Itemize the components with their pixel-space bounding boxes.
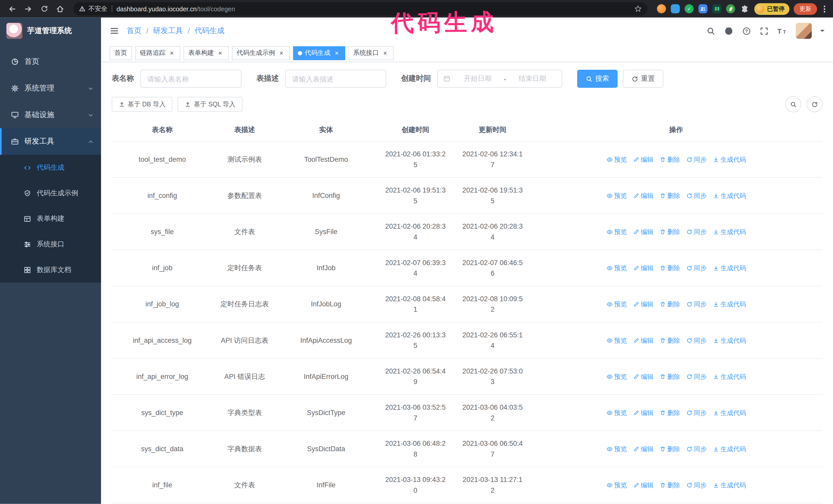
sidebar-item-devtools[interactable]: 研发工具 [0,128,101,155]
edit-link[interactable]: 编辑 [633,191,653,200]
extensions-puzzle-icon[interactable] [740,4,749,13]
browser-menu-icon[interactable] [821,5,828,13]
back-icon[interactable] [5,2,19,16]
browser-update-button[interactable]: 更新 [793,3,817,15]
preview-link[interactable]: 预览 [606,227,627,236]
reset-button[interactable]: 重置 [623,70,663,88]
delete-link[interactable]: 删除 [659,444,680,454]
table-name-input[interactable] [140,70,241,88]
sidebar-item-codegen-example[interactable]: 代码生成示例 [0,181,101,206]
import-sql-button[interactable]: 基于 SQL 导入 [178,97,242,112]
search-icon[interactable] [706,26,715,35]
tab-close-icon[interactable]: × [333,49,340,57]
sidebar-item-system[interactable]: 系统管理 [0,75,101,102]
edit-link[interactable]: 编辑 [633,227,653,236]
preview-link[interactable]: 预览 [606,480,627,490]
delete-link[interactable]: 删除 [659,299,680,309]
preview-link[interactable]: 预览 [606,444,627,454]
delete-link[interactable]: 删除 [659,191,680,200]
preview-link[interactable]: 预览 [606,191,627,200]
home-icon[interactable] [53,2,67,16]
reload-icon[interactable] [37,2,51,16]
tab-trace[interactable]: 链路追踪× [135,46,180,60]
sync-link[interactable]: 同步 [686,480,707,490]
toggle-search-button[interactable] [785,96,801,112]
preview-link[interactable]: 预览 [606,154,627,164]
breadcrumb-devtools[interactable]: 研发工具 [153,26,183,35]
table-desc-input[interactable] [285,70,386,88]
tab-codegen-example[interactable]: 代码生成示例× [232,46,290,60]
fullscreen-icon[interactable] [760,26,769,35]
tab-codegen[interactable]: 代码生成× [293,46,345,60]
sync-link[interactable]: 同步 [686,336,707,345]
preview-link[interactable]: 预览 [606,263,627,272]
sidebar-item-db-docs[interactable]: 数据库文档 [0,257,101,283]
sync-link[interactable]: 同步 [686,263,707,272]
forward-icon[interactable] [21,2,35,16]
github-icon[interactable] [724,26,734,35]
edit-link[interactable]: 编辑 [633,299,653,309]
search-button[interactable]: 搜索 [577,70,618,88]
sidebar-item-home[interactable]: 首页 [0,48,101,75]
tab-close-icon[interactable]: × [168,49,175,57]
sync-link[interactable]: 同步 [686,372,707,381]
generate-code-link[interactable]: 生成代码 [713,263,746,272]
edit-link[interactable]: 编辑 [633,154,653,164]
generate-code-link[interactable]: 生成代码 [713,372,746,381]
delete-link[interactable]: 删除 [659,372,680,381]
avatar-caret-icon[interactable] [820,30,825,34]
extension-icon-2[interactable] [671,4,680,13]
profile-badge[interactable]: 已暂停 [754,3,789,15]
delete-link[interactable]: 删除 [659,480,680,490]
delete-link[interactable]: 删除 [659,154,680,164]
preview-link[interactable]: 预览 [606,372,627,381]
generate-code-link[interactable]: 生成代码 [713,227,746,236]
breadcrumb-home[interactable]: 首页 [127,26,142,35]
sidebar-item-infra[interactable]: 基础设施 [0,101,101,128]
sync-link[interactable]: 同步 [686,154,707,164]
tab-close-icon[interactable]: × [381,49,389,57]
menu-fold-icon[interactable] [110,26,119,35]
sidebar-item-form-builder[interactable]: 表单构建 [0,206,101,232]
tab-close-icon[interactable]: × [217,49,224,57]
edit-link[interactable]: 编辑 [633,336,653,345]
generate-code-link[interactable]: 生成代码 [713,191,746,200]
tab-form-builder[interactable]: 表单构建× [184,46,229,60]
sync-link[interactable]: 同步 [686,408,707,417]
generate-code-link[interactable]: 生成代码 [713,408,746,417]
sync-link[interactable]: 同步 [686,299,707,309]
tab-system-api[interactable]: 系统接口× [348,46,394,60]
security-chip[interactable]: 不安全 [79,4,108,13]
sync-link[interactable]: 同步 [686,227,707,236]
extension-icon-1[interactable] [657,4,666,13]
delete-link[interactable]: 删除 [659,227,680,236]
import-db-button[interactable]: 基于 DB 导入 [112,97,172,112]
extension-icon-3[interactable]: ✓ [685,4,694,13]
delete-link[interactable]: 删除 [659,336,680,345]
font-size-icon[interactable]: TT [777,26,787,35]
edit-link[interactable]: 编辑 [633,263,653,272]
delete-link[interactable]: 删除 [659,263,680,272]
extension-icon-6[interactable] [726,4,735,13]
edit-link[interactable]: 编辑 [633,372,653,381]
tab-home[interactable]: 首页 [110,46,132,60]
generate-code-link[interactable]: 生成代码 [713,444,746,454]
sidebar-item-system-api[interactable]: 系统接口 [0,232,101,257]
generate-code-link[interactable]: 生成代码 [713,299,746,309]
preview-link[interactable]: 预览 [606,336,627,345]
extension-icon-people[interactable] [698,4,708,13]
address-bar[interactable]: 不安全 dashboard.yudao.iocoder.cn/tool/code… [73,2,647,16]
edit-link[interactable]: 编辑 [633,408,653,417]
generate-code-link[interactable]: 生成代码 [713,480,746,490]
preview-link[interactable]: 预览 [606,408,627,417]
refresh-table-button[interactable] [806,96,822,112]
bookmark-star-icon[interactable] [634,5,642,13]
edit-link[interactable]: 编辑 [633,480,653,490]
sidebar-item-codegen[interactable]: 代码生成 [0,155,101,181]
sync-link[interactable]: 同步 [686,444,707,454]
sync-link[interactable]: 同步 [686,191,707,200]
extension-icon-5[interactable] [712,4,721,13]
tab-close-icon[interactable]: × [278,49,285,57]
generate-code-link[interactable]: 生成代码 [713,336,746,345]
user-avatar[interactable] [796,23,812,39]
